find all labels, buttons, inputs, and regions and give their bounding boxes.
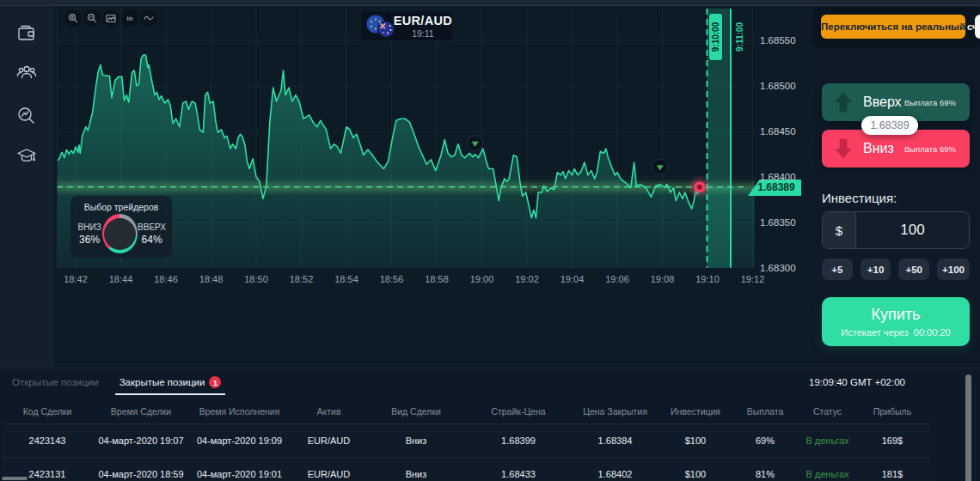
time-tick-label: 18:42 xyxy=(58,274,93,284)
traders-down-label: ВНИЗ xyxy=(78,222,101,232)
time-tick-label: 18:50 xyxy=(239,274,273,284)
table-cell: 04-март-2020 19:01 xyxy=(189,458,290,481)
column-header: Выплата xyxy=(733,401,797,423)
table-body: 242314304-март-2020 19:0704-март-2020 19… xyxy=(2,423,930,481)
time-tick-label: 19:02 xyxy=(510,274,544,284)
table-cell: EUR/AUD xyxy=(290,458,368,481)
quick-add-button-100[interactable]: +100 xyxy=(937,259,970,280)
investment-input[interactable] xyxy=(856,212,969,248)
time-tick-label: 19:10 xyxy=(690,274,725,284)
traders-choice-widget: Выбор трейдеров ВНИЗ36% ВВЕРХ64% xyxy=(70,196,172,258)
table-cell: Вниз xyxy=(368,458,464,481)
time-tick-label: 18:44 xyxy=(104,274,138,284)
investment-label: Инвестиция: xyxy=(822,191,897,205)
up-button-label: Вверх xyxy=(863,94,902,110)
price-tick-label: 1.68450 xyxy=(760,126,796,137)
table-cell: 04-март-2020 18:59 xyxy=(93,458,189,481)
time-tick-label: 18:48 xyxy=(194,274,229,284)
traders-up-pct: 64% xyxy=(142,234,162,246)
table-cell: В деньгах xyxy=(797,458,858,481)
time-tick-label: 19:08 xyxy=(646,274,680,284)
down-arrow-icon xyxy=(830,136,856,161)
price-tick-label: 1.68500 xyxy=(760,81,796,91)
down-payout: Выплата 69% xyxy=(904,144,956,154)
sidebar xyxy=(0,6,53,368)
column-header: Инвестиция xyxy=(658,401,733,423)
traders-up-label: ВВЕРХ xyxy=(138,222,166,232)
symbol-time: 19:11 xyxy=(412,28,434,39)
trade-direction-marker xyxy=(652,159,668,174)
table-cell: $100 xyxy=(658,458,733,481)
graduation-cap-icon xyxy=(15,145,38,167)
column-header: Время Исполнения xyxy=(189,401,290,423)
price-tooltip: 1.68389 xyxy=(861,116,918,135)
table-row[interactable]: 242314304-март-2020 19:0704-март-2020 19… xyxy=(2,423,930,457)
tab-open-positions[interactable]: Открытые позиции xyxy=(12,377,99,387)
symbol-header[interactable]: EUR/AUD 19:11 xyxy=(361,11,452,40)
time-tick-label: 19:00 xyxy=(465,274,499,284)
zoom-out-button[interactable] xyxy=(83,9,101,27)
line-style-button[interactable] xyxy=(140,9,157,27)
time-tick-label: 18:52 xyxy=(285,274,319,284)
buy-button[interactable]: Купить Истекает через 00:00:20 xyxy=(822,297,970,346)
time-tick-label: 18:46 xyxy=(149,274,183,284)
traders-choice-donut xyxy=(102,214,138,253)
pair-flags xyxy=(366,13,392,39)
down-button[interactable]: Вниз Выплата 69% xyxy=(822,130,970,167)
table-cell: В деньгах xyxy=(797,424,858,457)
up-payout: Выплата 69% xyxy=(904,98,956,107)
positions-panel: Открытые позиции Закрытые позиции1 19:09… xyxy=(0,368,980,481)
line-style-icon xyxy=(144,13,154,23)
sidebar-item-social[interactable] xyxy=(14,59,40,85)
indicators-button[interactable]: in xyxy=(121,9,138,27)
column-header: Актив xyxy=(290,401,368,423)
table-cell: 1.68399 xyxy=(464,424,573,457)
horizontal-scrollbar[interactable] xyxy=(2,477,28,480)
switch-to-real-account-button[interactable]: Переключиться на реальный xyxy=(821,15,965,39)
sidebar-item-education[interactable] xyxy=(14,143,40,169)
chart-snapshot-button[interactable] xyxy=(102,9,119,27)
table-cell: 1.68384 xyxy=(573,424,658,457)
vertical-scrollbar[interactable] xyxy=(965,374,971,481)
buy-expiry-countdown: Истекает через 00:00:20 xyxy=(841,327,950,338)
column-header: Вид Сделки xyxy=(368,401,464,423)
quick-add-button-5[interactable]: +5 xyxy=(822,259,853,280)
trading-platform: in EUR/AUD 19:11 9:10:00 9:11:00 1.68389… xyxy=(0,0,980,481)
zoom-in-icon xyxy=(68,13,78,23)
column-header: Цена Закрытия xyxy=(573,401,658,423)
sidebar-item-wallet[interactable] xyxy=(14,21,40,46)
price-tick-label: 1.68400 xyxy=(760,172,796,182)
purchase-deadline-label: 9:10:00 xyxy=(709,14,722,60)
table-cell: 69% xyxy=(733,424,797,457)
indicators-icon: in xyxy=(126,15,132,22)
table-cell: 04-март-2020 19:09 xyxy=(189,424,290,457)
time-tick-label: 19:04 xyxy=(555,274,590,284)
table-cell: 169$ xyxy=(858,424,927,457)
wallet-icon xyxy=(15,22,38,45)
table-cell: Вниз xyxy=(368,424,464,457)
server-clock: 19:09:40 GMT +02:00 xyxy=(809,377,905,387)
positions-table: Код СделкиВремя СделкиВремя ИсполненияАк… xyxy=(2,401,930,481)
table-cell: $100 xyxy=(658,424,733,457)
cut-off-button[interactable] xyxy=(975,15,980,39)
zoom-out-icon xyxy=(87,13,97,23)
buy-button-label: Купить xyxy=(872,306,921,324)
traders-choice-title: Выбор трейдеров xyxy=(70,202,172,212)
tab-closed-positions[interactable]: Закрытые позиции1 xyxy=(119,376,222,388)
column-header: Код Сделки xyxy=(2,401,93,423)
table-cell: 1.68433 xyxy=(464,458,573,481)
quick-add-button-50[interactable]: +50 xyxy=(898,259,929,280)
quick-add-button-10[interactable]: +10 xyxy=(861,259,891,280)
sidebar-item-analytics[interactable] xyxy=(14,103,40,129)
top-strip xyxy=(0,0,980,6)
aud-flag-icon xyxy=(377,21,395,38)
price-tick-label: 1.68550 xyxy=(760,35,796,46)
table-row[interactable]: 242313104-март-2020 18:5904-март-2020 19… xyxy=(2,457,930,481)
time-tick-label: 19:12 xyxy=(736,274,770,284)
price-tick-label: 1.68300 xyxy=(760,263,796,273)
quick-add-buttons: +5+10+50+100 xyxy=(822,259,970,280)
snapshot-icon xyxy=(106,13,116,23)
time-tick-label: 18:56 xyxy=(375,274,409,284)
table-cell: EUR/AUD xyxy=(290,424,368,457)
zoom-in-button[interactable] xyxy=(64,9,82,27)
